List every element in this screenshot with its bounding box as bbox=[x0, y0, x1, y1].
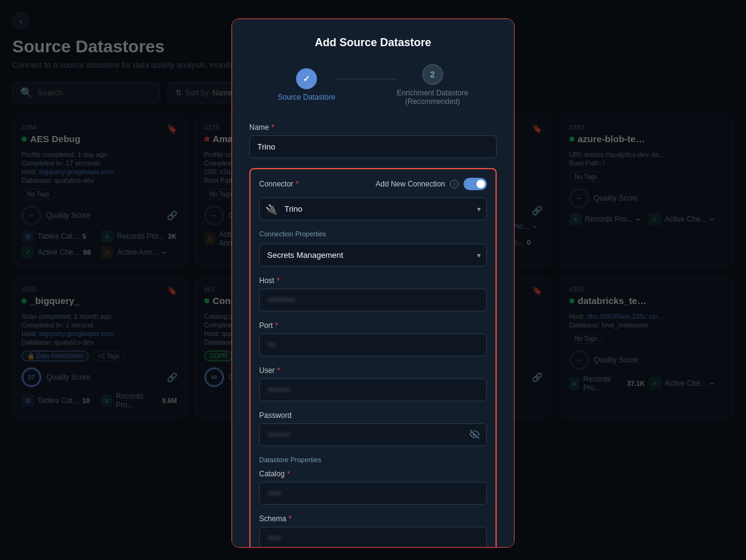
step-2-circle: 2 bbox=[422, 64, 443, 85]
host-group: Host * bbox=[259, 276, 487, 311]
password-input[interactable] bbox=[259, 423, 487, 446]
step-line bbox=[335, 79, 397, 79]
ds-props-label: Datastore Properties bbox=[259, 456, 487, 463]
user-group: User * bbox=[259, 366, 487, 401]
schema-label: Schema * bbox=[259, 514, 487, 523]
step-1-circle: ✓ bbox=[296, 68, 317, 89]
port-label: Port * bbox=[259, 321, 487, 330]
user-input[interactable] bbox=[259, 378, 487, 401]
required-star: * bbox=[295, 180, 299, 188]
password-group: Password bbox=[259, 411, 487, 446]
required-star: * bbox=[289, 514, 292, 523]
catalog-input[interactable] bbox=[259, 482, 487, 505]
connector-label: Connector * bbox=[259, 180, 299, 188]
schema-input[interactable] bbox=[259, 527, 487, 548]
step-2: 2 Enrichment Datastore (Recommended) bbox=[397, 64, 468, 106]
host-input[interactable] bbox=[259, 289, 487, 311]
modal-title: Add Source Datastore bbox=[249, 36, 497, 49]
required-star: * bbox=[271, 123, 275, 132]
add-connection-toggle[interactable] bbox=[463, 178, 487, 190]
name-label: Name * bbox=[249, 123, 497, 132]
password-label: Password bbox=[259, 411, 487, 420]
port-group: Port * bbox=[259, 321, 487, 356]
catalog-label: Catalog * bbox=[259, 470, 487, 478]
catalog-group: Catalog * bbox=[259, 470, 487, 505]
secrets-management-group: Secrets Management ▾ bbox=[259, 244, 487, 266]
step-1: ✓ Source Datastore bbox=[278, 68, 335, 102]
modal-overlay: Add Source Datastore ✓ Source Datastore … bbox=[0, 0, 746, 560]
required-star: * bbox=[277, 366, 280, 375]
required-star: * bbox=[277, 276, 280, 285]
connector-select[interactable]: Trino bbox=[259, 198, 487, 220]
add-source-datastore-modal: Add Source Datastore ✓ Source Datastore … bbox=[231, 18, 515, 548]
secrets-management-select[interactable]: Secrets Management bbox=[259, 244, 487, 266]
add-connection-row: Add New Connection i bbox=[375, 178, 487, 190]
password-eye-icon[interactable] bbox=[470, 429, 479, 441]
step-2-label: Enrichment Datastore (Recommended) bbox=[397, 89, 468, 106]
name-group: Name * bbox=[249, 123, 497, 158]
info-icon[interactable]: i bbox=[450, 180, 459, 188]
connector-section: Connector * Add New Connection i 🔌 Trino… bbox=[249, 168, 497, 548]
name-input[interactable] bbox=[249, 135, 497, 158]
user-label: User * bbox=[259, 366, 487, 375]
port-input[interactable] bbox=[259, 334, 487, 356]
schema-group: Schema * bbox=[259, 514, 487, 548]
required-star: * bbox=[287, 470, 290, 478]
host-label: Host * bbox=[259, 276, 487, 285]
conn-props-label: Connection Properties bbox=[259, 230, 487, 238]
stepper: ✓ Source Datastore 2 Enrichment Datastor… bbox=[249, 64, 497, 106]
step-1-label: Source Datastore bbox=[278, 93, 335, 102]
required-star: * bbox=[275, 321, 278, 330]
password-wrapper bbox=[259, 423, 487, 446]
connector-icon: 🔌 bbox=[265, 203, 278, 215]
connector-header: Connector * Add New Connection i bbox=[259, 178, 487, 190]
connector-dropdown-group: 🔌 Trino ▾ bbox=[259, 198, 487, 220]
